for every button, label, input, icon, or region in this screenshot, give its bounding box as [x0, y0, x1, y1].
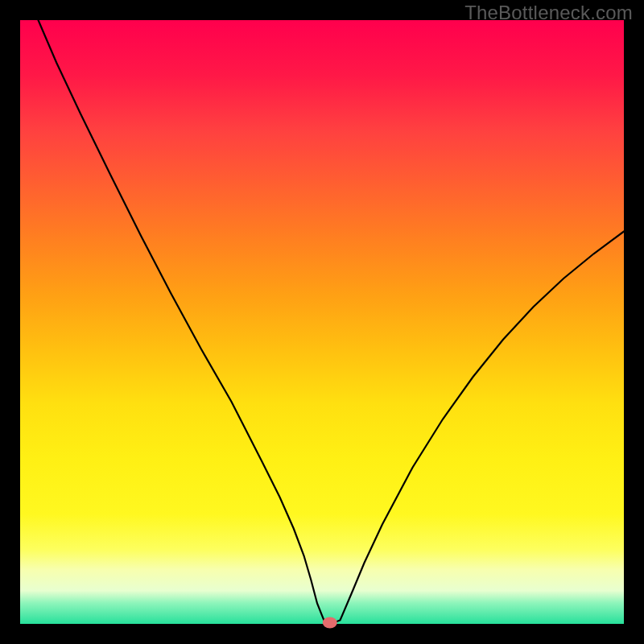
bottleneck-plot: [0, 0, 644, 644]
watermark-label: TheBottleneck.com: [464, 2, 633, 24]
optimal-marker: [323, 617, 337, 629]
plot-background: [20, 20, 624, 624]
chart-frame: TheBottleneck.com: [0, 0, 644, 644]
